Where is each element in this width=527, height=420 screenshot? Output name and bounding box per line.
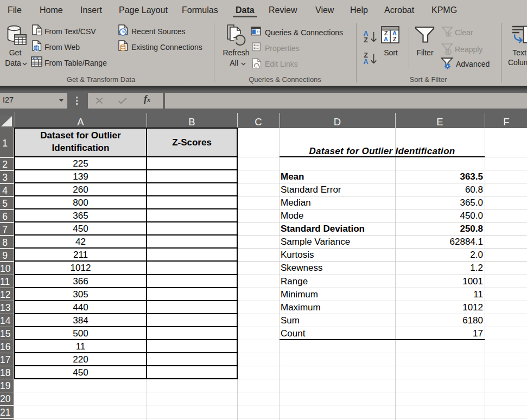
- svg-text:A: A: [363, 58, 368, 66]
- svg-text:Z: Z: [364, 36, 368, 44]
- svg-text:Z: Z: [393, 36, 397, 42]
- svg-text:A: A: [384, 36, 388, 42]
